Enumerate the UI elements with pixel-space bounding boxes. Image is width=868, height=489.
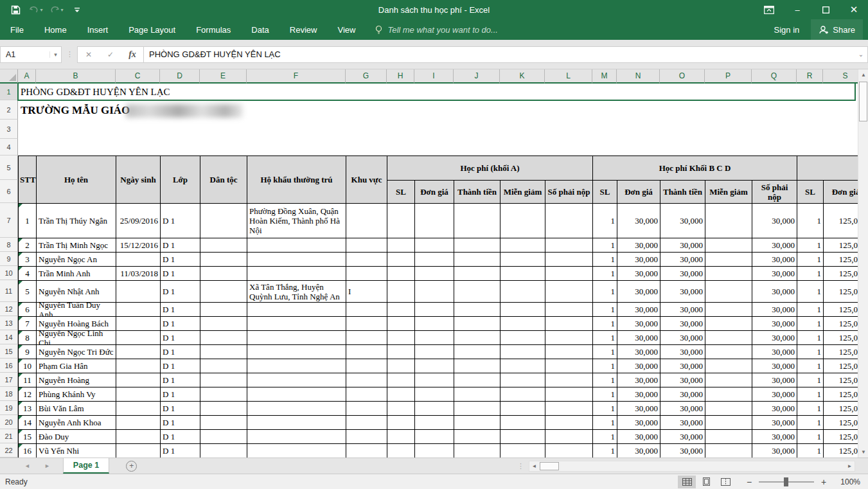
table-cell[interactable] xyxy=(346,267,387,281)
table-cell[interactable]: 1 xyxy=(593,387,617,402)
table-cell[interactable] xyxy=(200,253,247,267)
table-cell[interactable] xyxy=(346,402,387,416)
table-cell[interactable] xyxy=(247,444,346,458)
sheet-tab-page1[interactable]: Page 1 xyxy=(63,458,109,474)
row-header-2[interactable]: 2 xyxy=(0,100,18,120)
table-cell[interactable] xyxy=(454,281,500,303)
select-all-corner[interactable] xyxy=(0,69,18,84)
column-header-k[interactable]: K xyxy=(500,69,545,84)
sheet-tab-next-button[interactable]: ► xyxy=(44,463,50,469)
table-cell[interactable]: 1 xyxy=(797,444,824,458)
table-cell[interactable]: D 1 xyxy=(161,267,200,281)
tab-home[interactable]: Home xyxy=(34,19,77,40)
tab-page-layout[interactable]: Page Layout xyxy=(118,19,186,40)
table-cell[interactable]: Trần Thị Thúy Ngân xyxy=(37,204,116,238)
zoom-out-button[interactable]: − xyxy=(745,477,754,487)
table-cell[interactable]: 7 xyxy=(19,317,37,331)
table-cell[interactable] xyxy=(705,416,752,430)
table-cell[interactable] xyxy=(387,303,415,317)
formula-enter-button[interactable]: ✓ xyxy=(100,50,121,59)
table-cell[interactable] xyxy=(247,373,346,387)
table-cell[interactable] xyxy=(116,416,161,430)
table-cell[interactable]: 1 xyxy=(797,303,824,317)
horizontal-scrollbar[interactable]: ◄ ► xyxy=(529,461,855,472)
table-cell[interactable]: Vũ Yến Nhi xyxy=(37,444,116,458)
table-cell[interactable]: Nguyễn Tuấn Duy Anh xyxy=(37,303,116,317)
table-cell[interactable]: 30,000 xyxy=(752,267,797,281)
table-cell[interactable] xyxy=(346,317,387,331)
column-header-n[interactable]: N xyxy=(617,69,660,84)
table-cell[interactable] xyxy=(500,402,545,416)
row-header-4[interactable]: 4 xyxy=(0,139,18,156)
table-cell[interactable] xyxy=(200,267,247,281)
row-header-7[interactable]: 7 xyxy=(0,203,18,238)
formula-expand-icon[interactable]: ⌄ xyxy=(855,51,867,58)
table-cell[interactable] xyxy=(545,303,593,317)
table-cell[interactable] xyxy=(247,430,346,444)
table-cell[interactable]: D 1 xyxy=(161,317,200,331)
table-cell[interactable] xyxy=(454,387,500,402)
table-cell[interactable] xyxy=(346,359,387,373)
column-header-s[interactable]: S xyxy=(823,69,858,84)
table-cell[interactable] xyxy=(415,317,454,331)
table-cell[interactable]: 125,000 xyxy=(824,444,858,458)
table-cell[interactable]: 1 xyxy=(797,238,824,253)
column-header-p[interactable]: P xyxy=(705,69,752,84)
scroll-down-button[interactable]: ▼ xyxy=(858,447,868,458)
table-cell[interactable]: 125,000 xyxy=(824,253,858,267)
table-cell[interactable] xyxy=(454,317,500,331)
table-cell[interactable] xyxy=(387,373,415,387)
table-cell[interactable]: Trần Thị Minh Ngọc xyxy=(37,238,116,253)
table-cell[interactable]: 1 xyxy=(593,267,617,281)
table-cell[interactable] xyxy=(200,430,247,444)
table-cell[interactable]: 30,000 xyxy=(752,430,797,444)
table-cell[interactable] xyxy=(116,359,161,373)
table-cell[interactable]: 11 xyxy=(19,373,37,387)
table-cell[interactable] xyxy=(500,416,545,430)
table-cell[interactable] xyxy=(116,444,161,458)
table-cell[interactable]: 125,000 xyxy=(824,281,858,303)
table-cell[interactable] xyxy=(247,303,346,317)
subheader-cell[interactable]: Thành tiền xyxy=(660,181,705,204)
table-cell[interactable] xyxy=(500,253,545,267)
table-cell[interactable]: 5 xyxy=(19,281,37,303)
table-cell[interactable]: 125,000 xyxy=(824,317,858,331)
table-cell[interactable] xyxy=(545,238,593,253)
table-cell[interactable] xyxy=(116,373,161,387)
table-cell[interactable]: 1 xyxy=(19,204,37,238)
table-cell[interactable]: I xyxy=(346,281,387,303)
table-cell[interactable] xyxy=(387,253,415,267)
row-header-16[interactable]: 16 xyxy=(0,359,18,373)
table-cell[interactable]: D 1 xyxy=(161,402,200,416)
table-cell[interactable]: D 1 xyxy=(161,303,200,317)
table-cell[interactable] xyxy=(705,345,752,359)
table-cell[interactable] xyxy=(545,317,593,331)
table-cell[interactable]: 30,000 xyxy=(617,281,660,303)
subheader-cell[interactable]: Miễn giảm xyxy=(705,181,752,204)
table-cell[interactable]: 30,000 xyxy=(752,238,797,253)
table-cell[interactable] xyxy=(387,267,415,281)
redo-dropdown-icon[interactable]: ▾ xyxy=(60,7,63,13)
table-cell[interactable]: Nguyễn Anh Khoa xyxy=(37,416,116,430)
table-cell[interactable] xyxy=(387,204,415,238)
table-cell[interactable] xyxy=(545,444,593,458)
table-cell[interactable] xyxy=(116,317,161,331)
table-cell[interactable]: Xã Tân Thắng, Huyện Quỳnh Lưu, Tỉnh Nghệ… xyxy=(247,281,346,303)
sheet-tab-prev-button[interactable]: ◄ xyxy=(24,463,30,469)
table-cell[interactable]: Nguyễn Ngọc Tri Đức xyxy=(37,345,116,359)
table-cell[interactable]: D 1 xyxy=(161,359,200,373)
customize-quick-access-button[interactable] xyxy=(68,2,86,17)
table-cell[interactable] xyxy=(116,345,161,359)
row-header-19[interactable]: 19 xyxy=(0,401,18,415)
table-cell[interactable]: 30,000 xyxy=(752,331,797,345)
column-header-m[interactable]: M xyxy=(592,69,617,84)
table-cell[interactable] xyxy=(705,373,752,387)
table-cell[interactable] xyxy=(247,402,346,416)
row-header-21[interactable]: 21 xyxy=(0,429,18,443)
table-cell[interactable] xyxy=(200,359,247,373)
table-cell[interactable]: 1 xyxy=(797,204,824,238)
table-cell[interactable]: 30,000 xyxy=(617,416,660,430)
formula-cancel-button[interactable]: ✕ xyxy=(78,50,100,59)
table-cell[interactable] xyxy=(415,267,454,281)
table-cell[interactable] xyxy=(454,444,500,458)
